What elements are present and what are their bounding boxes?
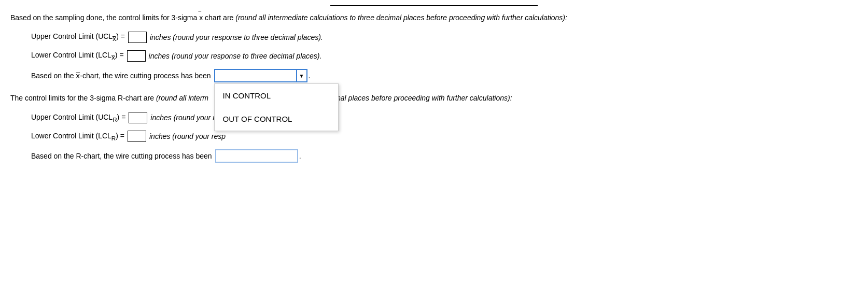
xchart-period: . <box>309 72 311 80</box>
xchart-process-dropdown[interactable]: IN CONTROL OUT OF CONTROL <box>214 69 307 82</box>
intro-paragraph: Based on the sampling done, the control … <box>10 12 858 23</box>
xchart-section: Upper Control Limit (UCLx̅) = inches (ro… <box>10 32 858 82</box>
xchart-process-row: Based on the x̅-chart, the wire cutting … <box>31 69 858 82</box>
rchart-dropdown-wrapper: IN CONTROL OUT OF CONTROL <box>215 149 298 163</box>
top-border-line <box>330 5 538 6</box>
ucl-xbar-hint: inches (round your response to three dec… <box>150 33 323 41</box>
ucl-r-sub: R <box>113 116 117 122</box>
rchart-process-row: Based on the R-chart, the wire cutting p… <box>31 149 858 163</box>
ucl-r-label: Upper Control Limit (UCLR) = <box>31 113 125 123</box>
ucl-xbar-row: Upper Control Limit (UCLx̅) = inches (ro… <box>31 32 858 43</box>
lcl-xbar-hint: inches (round your response to three dec… <box>149 52 322 60</box>
lcl-r-input[interactable] <box>128 131 146 142</box>
ucl-r-input[interactable] <box>129 112 147 123</box>
lcl-xbar-input[interactable] <box>127 50 146 62</box>
lcl-r-row: Lower Control Limit (LCLR) = inches (rou… <box>31 131 858 142</box>
rchart-process-dropdown[interactable]: IN CONTROL OUT OF CONTROL <box>215 149 298 163</box>
lcl-r-hint: inches (round your resp <box>149 132 226 140</box>
xchart-menu-item-in-control[interactable]: IN CONTROL <box>215 84 338 107</box>
ucl-r-row: Upper Control Limit (UCLR) = inches (rou… <box>31 112 858 123</box>
rchart-period: . <box>299 152 301 160</box>
xchart-menu-item-out-of-control[interactable]: OUT OF CONTROL <box>215 107 338 131</box>
xchart-dropdown-wrapper: IN CONTROL OUT OF CONTROL IN CONTROL OUT… <box>214 69 307 82</box>
rchart-intro-paragraph: The control limits for the 3-sigma R-cha… <box>10 93 858 104</box>
xchart-process-label: Based on the x̅-chart, the wire cutting … <box>31 72 211 80</box>
ucl-xbar-label: Upper Control Limit (UCLx̅) = <box>31 32 125 42</box>
lcl-xbar-sub: x̅ <box>111 54 115 61</box>
ucl-r-hint: inches (round your res <box>150 113 222 122</box>
lcl-r-sub: R <box>111 134 116 141</box>
lcl-xbar-row: Lower Control Limit (LCLx̅) = inches (ro… <box>31 50 858 62</box>
rchart-section: Upper Control Limit (UCLR) = inches (rou… <box>10 112 858 163</box>
rchart-process-label: Based on the R-chart, the wire cutting p… <box>31 152 212 160</box>
ucl-xbar-sub: x̅ <box>113 35 116 42</box>
ucl-xbar-input[interactable] <box>128 32 147 43</box>
lcl-r-label: Lower Control Limit (LCLR) = <box>31 132 124 141</box>
lcl-xbar-label: Lower Control Limit (LCLx̅) = <box>31 51 124 61</box>
xchart-dropdown-menu: IN CONTROL OUT OF CONTROL <box>214 83 339 131</box>
